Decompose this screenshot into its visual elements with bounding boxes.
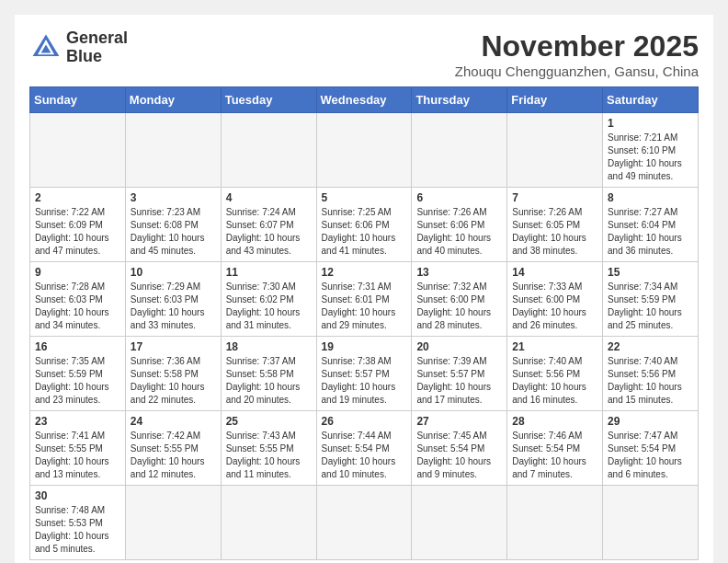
calendar-cell [603, 486, 699, 560]
calendar-cell: 4Sunrise: 7:24 AMSunset: 6:07 PMDaylight… [221, 188, 316, 262]
header-saturday: Saturday [603, 87, 699, 113]
calendar-cell [125, 486, 221, 560]
calendar-subtitle: Zhouqu Chengguanzhen, Gansu, China [455, 63, 699, 79]
calendar-cell: 19Sunrise: 7:38 AMSunset: 5:57 PMDayligh… [316, 337, 412, 411]
day-number: 7 [512, 191, 597, 204]
calendar-cell: 2Sunrise: 7:22 AMSunset: 6:09 PMDaylight… [30, 188, 126, 262]
day-number: 10 [131, 266, 216, 279]
calendar-cell: 22Sunrise: 7:40 AMSunset: 5:56 PMDayligh… [603, 337, 699, 411]
day-info: Sunrise: 7:21 AMSunset: 6:10 PMDaylight:… [608, 132, 693, 183]
calendar-week-3: 9Sunrise: 7:28 AMSunset: 6:03 PMDaylight… [30, 262, 699, 337]
calendar-cell: 17Sunrise: 7:36 AMSunset: 5:58 PMDayligh… [125, 337, 221, 411]
calendar-cell: 27Sunrise: 7:45 AMSunset: 5:54 PMDayligh… [412, 411, 507, 486]
calendar-cell: 24Sunrise: 7:42 AMSunset: 5:55 PMDayligh… [125, 411, 221, 486]
calendar-cell: 20Sunrise: 7:39 AMSunset: 5:57 PMDayligh… [412, 337, 507, 411]
day-info: Sunrise: 7:47 AMSunset: 5:54 PMDaylight:… [608, 430, 693, 481]
calendar-cell [221, 486, 316, 560]
header: General Blue November 2025 Zhouqu Chengg… [29, 29, 699, 79]
header-tuesday: Tuesday [221, 87, 316, 113]
day-info: Sunrise: 7:39 AMSunset: 5:57 PMDaylight:… [416, 355, 502, 407]
calendar-cell [412, 113, 507, 188]
day-number: 30 [35, 489, 120, 502]
calendar-title: November 2025 [455, 29, 699, 63]
day-number: 13 [416, 266, 502, 279]
calendar-cell: 16Sunrise: 7:35 AMSunset: 5:59 PMDayligh… [30, 337, 126, 411]
logo: General Blue [29, 29, 128, 66]
day-number: 12 [322, 266, 407, 279]
calendar-cell: 15Sunrise: 7:34 AMSunset: 5:59 PMDayligh… [603, 262, 699, 337]
day-number: 2 [35, 191, 120, 204]
day-info: Sunrise: 7:40 AMSunset: 5:56 PMDaylight:… [512, 355, 597, 407]
day-number: 14 [512, 266, 597, 279]
calendar-week-5: 23Sunrise: 7:41 AMSunset: 5:55 PMDayligh… [30, 411, 699, 486]
calendar-week-6: 30Sunrise: 7:48 AMSunset: 5:53 PMDayligh… [30, 486, 699, 560]
calendar-week-1: 1Sunrise: 7:21 AMSunset: 6:10 PMDaylight… [30, 113, 699, 188]
calendar-cell [30, 113, 126, 188]
calendar-header-row: Sunday Monday Tuesday Wednesday Thursday… [30, 87, 699, 113]
day-number: 23 [35, 415, 120, 428]
day-number: 17 [131, 340, 216, 353]
calendar-cell: 21Sunrise: 7:40 AMSunset: 5:56 PMDayligh… [507, 337, 603, 411]
day-info: Sunrise: 7:48 AMSunset: 5:53 PMDaylight:… [35, 504, 120, 556]
day-number: 1 [608, 117, 693, 130]
day-info: Sunrise: 7:42 AMSunset: 5:55 PMDaylight:… [131, 430, 216, 481]
day-info: Sunrise: 7:34 AMSunset: 5:59 PMDaylight:… [608, 281, 693, 332]
day-info: Sunrise: 7:36 AMSunset: 5:58 PMDaylight:… [131, 355, 216, 407]
calendar-cell: 8Sunrise: 7:27 AMSunset: 6:04 PMDaylight… [603, 188, 699, 262]
calendar-cell: 5Sunrise: 7:25 AMSunset: 6:06 PMDaylight… [316, 188, 412, 262]
day-info: Sunrise: 7:30 AMSunset: 6:02 PMDaylight:… [226, 281, 312, 332]
day-info: Sunrise: 7:40 AMSunset: 5:56 PMDaylight:… [608, 355, 693, 407]
calendar-cell: 30Sunrise: 7:48 AMSunset: 5:53 PMDayligh… [30, 486, 126, 560]
calendar-cell: 1Sunrise: 7:21 AMSunset: 6:10 PMDaylight… [603, 113, 699, 188]
day-number: 25 [226, 415, 312, 428]
day-number: 28 [512, 415, 597, 428]
title-block: November 2025 Zhouqu Chengguanzhen, Gans… [455, 29, 699, 79]
day-info: Sunrise: 7:23 AMSunset: 6:08 PMDaylight:… [131, 206, 216, 258]
day-info: Sunrise: 7:26 AMSunset: 6:05 PMDaylight:… [512, 206, 597, 258]
calendar-cell: 10Sunrise: 7:29 AMSunset: 6:03 PMDayligh… [125, 262, 221, 337]
day-info: Sunrise: 7:31 AMSunset: 6:01 PMDaylight:… [322, 281, 407, 332]
day-number: 15 [608, 266, 693, 279]
calendar-cell: 11Sunrise: 7:30 AMSunset: 6:02 PMDayligh… [221, 262, 316, 337]
calendar-table: Sunday Monday Tuesday Wednesday Thursday… [29, 86, 699, 560]
logo-line1: General [66, 29, 128, 47]
day-number: 26 [322, 415, 407, 428]
header-wednesday: Wednesday [316, 87, 412, 113]
day-number: 6 [416, 191, 502, 204]
day-info: Sunrise: 7:22 AMSunset: 6:09 PMDaylight:… [35, 206, 120, 258]
day-info: Sunrise: 7:38 AMSunset: 5:57 PMDaylight:… [322, 355, 407, 407]
day-info: Sunrise: 7:26 AMSunset: 6:06 PMDaylight:… [416, 206, 502, 258]
header-monday: Monday [125, 87, 221, 113]
calendar-week-2: 2Sunrise: 7:22 AMSunset: 6:09 PMDaylight… [30, 188, 699, 262]
calendar-cell: 26Sunrise: 7:44 AMSunset: 5:54 PMDayligh… [316, 411, 412, 486]
day-number: 4 [226, 191, 312, 204]
logo-text: General Blue [66, 29, 128, 66]
header-thursday: Thursday [412, 87, 507, 113]
calendar-cell [316, 486, 412, 560]
day-number: 5 [322, 191, 407, 204]
day-info: Sunrise: 7:32 AMSunset: 6:00 PMDaylight:… [416, 281, 502, 332]
day-info: Sunrise: 7:25 AMSunset: 6:06 PMDaylight:… [322, 206, 407, 258]
calendar-cell: 7Sunrise: 7:26 AMSunset: 6:05 PMDaylight… [507, 188, 603, 262]
calendar-cell: 3Sunrise: 7:23 AMSunset: 6:08 PMDaylight… [125, 188, 221, 262]
day-number: 16 [35, 340, 120, 353]
logo-line2: Blue [66, 47, 102, 65]
day-number: 21 [512, 340, 597, 353]
day-info: Sunrise: 7:35 AMSunset: 5:59 PMDaylight:… [35, 355, 120, 407]
day-number: 29 [608, 415, 693, 428]
calendar-cell: 18Sunrise: 7:37 AMSunset: 5:58 PMDayligh… [221, 337, 316, 411]
day-info: Sunrise: 7:28 AMSunset: 6:03 PMDaylight:… [35, 281, 120, 332]
calendar-cell: 13Sunrise: 7:32 AMSunset: 6:00 PMDayligh… [412, 262, 507, 337]
calendar-cell: 25Sunrise: 7:43 AMSunset: 5:55 PMDayligh… [221, 411, 316, 486]
day-info: Sunrise: 7:27 AMSunset: 6:04 PMDaylight:… [608, 206, 693, 258]
day-info: Sunrise: 7:46 AMSunset: 5:54 PMDaylight:… [512, 430, 597, 481]
calendar-week-4: 16Sunrise: 7:35 AMSunset: 5:59 PMDayligh… [30, 337, 699, 411]
calendar-cell [221, 113, 316, 188]
day-number: 24 [131, 415, 216, 428]
day-number: 19 [322, 340, 407, 353]
day-number: 22 [608, 340, 693, 353]
calendar-page: General Blue November 2025 Zhouqu Chengg… [15, 15, 713, 563]
day-info: Sunrise: 7:44 AMSunset: 5:54 PMDaylight:… [322, 430, 407, 481]
calendar-cell: 14Sunrise: 7:33 AMSunset: 6:00 PMDayligh… [507, 262, 603, 337]
day-number: 8 [608, 191, 693, 204]
